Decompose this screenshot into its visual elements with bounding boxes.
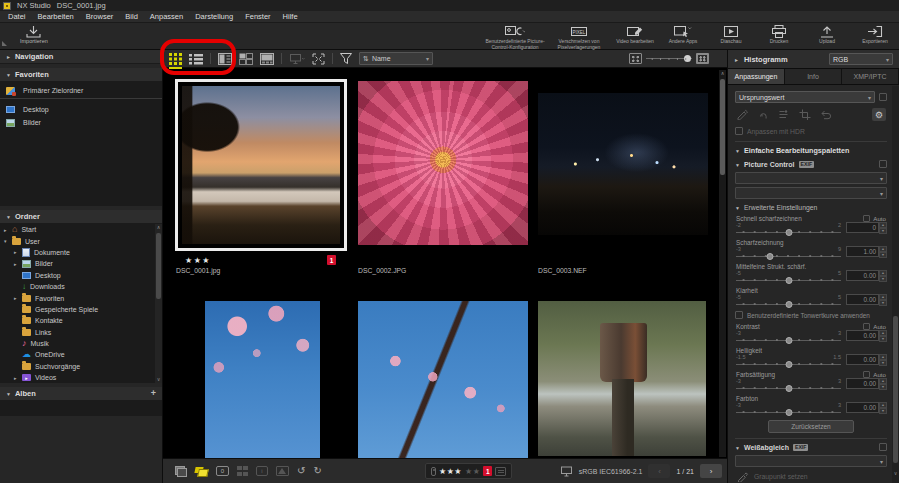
label-list-icon[interactable] <box>495 467 506 476</box>
gray-point-button[interactable]: Graupunkt setzen <box>735 471 887 482</box>
value-field[interactable]: 0.00 <box>846 378 879 389</box>
thumbnail-image-dsc0003[interactable] <box>538 93 708 235</box>
advanced-settings-header[interactable]: Erweiterte Einstellungen <box>735 204 887 211</box>
slider-track[interactable] <box>735 300 842 308</box>
value-spinner[interactable] <box>879 354 887 365</box>
rating-stars-filled[interactable]: ★★★ <box>439 467 462 476</box>
video-edit-button[interactable]: Video bearbeiten <box>611 25 659 44</box>
value-field[interactable]: 0.00 <box>846 354 879 365</box>
slider-track[interactable] <box>735 408 842 416</box>
auto-checkbox[interactable] <box>863 215 870 222</box>
value-spinner[interactable] <box>879 294 887 305</box>
auto-checkbox[interactable] <box>863 323 870 330</box>
value-field[interactable]: 0.00 <box>846 294 879 305</box>
slider-track[interactable] <box>735 384 842 392</box>
compare-images-icon[interactable] <box>175 466 187 477</box>
slider-track[interactable] <box>735 360 842 368</box>
preset-checkbox[interactable] <box>879 93 887 101</box>
export-button[interactable]: Exportieren <box>851 25 899 44</box>
add-album-button[interactable]: + <box>151 389 156 398</box>
slider-track[interactable] <box>735 228 842 236</box>
white-balance-header[interactable]: Weißabgleich EXIF <box>735 438 887 451</box>
picture-control-checkbox[interactable] <box>879 160 887 168</box>
picture-control-dropdown-1[interactable] <box>735 172 887 184</box>
favorites-section-header[interactable]: Favoriten <box>0 68 162 82</box>
settings-gear-button[interactable] <box>872 108 886 121</box>
clip-icon[interactable] <box>757 109 769 120</box>
scroll-down-icon[interactable] <box>155 376 162 383</box>
value-spinner[interactable] <box>879 270 887 281</box>
next-image-button[interactable]: › <box>700 464 722 478</box>
label-filter-icon[interactable]: 0 <box>216 466 229 476</box>
value-field[interactable]: 0 <box>846 222 879 233</box>
fullscreen-button[interactable] <box>312 53 325 65</box>
expander-icon[interactable] <box>14 261 22 267</box>
histogram-header[interactable]: Histogramm RGB <box>728 50 899 68</box>
tab-anpassungen[interactable]: Anpassungen <box>728 69 785 84</box>
scrollbar-thumb[interactable] <box>156 233 161 299</box>
slider-thumb[interactable] <box>785 301 792 308</box>
slider-thumb[interactable] <box>785 277 792 284</box>
reset-button[interactable]: Zurücksetzen <box>768 420 854 433</box>
white-balance-dropdown[interactable] <box>735 455 887 467</box>
navigation-section-header[interactable]: Navigation <box>0 50 162 64</box>
simple-palettes-header[interactable]: Einfache Bearbeitungspaletten <box>735 141 887 155</box>
info-overlay-icon[interactable]: i <box>256 466 268 476</box>
rating-stars-empty[interactable]: ★★ <box>465 467 480 476</box>
menu-anpassen[interactable]: Anpassen <box>150 12 183 21</box>
import-button[interactable]: Importieren <box>20 25 48 44</box>
preset-dropdown[interactable]: Ursprungswert <box>735 91 875 103</box>
thumbnail-image-blossom-portrait[interactable] <box>205 301 320 458</box>
slider-track[interactable] <box>735 252 842 260</box>
slideshow-button[interactable]: Diaschau <box>707 25 755 44</box>
auto-checkbox[interactable] <box>863 371 870 378</box>
value-field[interactable]: 1.00 <box>846 246 879 257</box>
white-balance-checkbox[interactable] <box>879 443 887 451</box>
menu-browser[interactable]: Browser <box>86 12 114 21</box>
image-filmstrip-view-button[interactable] <box>260 53 274 65</box>
value-spinner[interactable] <box>879 222 887 233</box>
upload-button[interactable]: Upload <box>803 25 851 44</box>
thumbnail-image-bucket[interactable] <box>538 301 706 456</box>
tree-item-bilder[interactable]: Bilder <box>0 258 162 269</box>
tree-item-links[interactable]: Links <box>0 327 162 338</box>
voice-memo-icon[interactable] <box>431 467 436 476</box>
picture-control-config-button[interactable]: Benutzerdefinierte Picture-Control-Konfi… <box>483 25 547 50</box>
slider-thumb[interactable] <box>785 361 792 368</box>
value-spinner[interactable] <box>879 246 887 257</box>
grid-view-button[interactable] <box>169 53 182 65</box>
tree-item-start[interactable]: Start <box>0 224 162 235</box>
value-field[interactable]: 0.00 <box>846 270 879 281</box>
folder-tree-scrollbar[interactable] <box>155 224 162 383</box>
tree-item-onedrive[interactable]: OneDrive <box>0 349 162 360</box>
tree-item-gespeicherte-spiele[interactable]: Gespeicherte Spiele <box>0 304 162 315</box>
slider-thumb[interactable] <box>785 337 792 344</box>
secondary-display-button[interactable] <box>289 53 305 65</box>
value-field[interactable]: 0.00 <box>846 402 879 413</box>
revert-icon[interactable] <box>820 109 832 120</box>
list-view-button[interactable] <box>189 53 203 65</box>
print-button[interactable]: Drucken <box>755 25 803 44</box>
grid-overlay-icon[interactable] <box>237 466 248 476</box>
expander-icon[interactable] <box>14 375 22 381</box>
tree-item-videos[interactable]: Videos <box>0 372 162 383</box>
tree-item-user[interactable]: User <box>0 235 162 246</box>
panel-scrollbar[interactable] <box>892 86 899 483</box>
expander-icon[interactable] <box>14 249 22 255</box>
pixel-shift-merge-button[interactable]: PIXEL Verschmelzen von Pixelverlagerunge… <box>547 25 611 50</box>
brush-icon[interactable] <box>736 109 748 120</box>
menu-hilfe[interactable]: Hilfe <box>283 12 298 21</box>
favorite-pictures[interactable]: Bilder <box>0 116 162 129</box>
multi-image-view-button[interactable] <box>239 53 253 65</box>
tree-item-suchvorgaenge[interactable]: Suchvorgänge <box>0 361 162 372</box>
thumbnail-image-blossom-branch[interactable] <box>358 301 528 458</box>
thumbnail-size-slider[interactable] <box>646 54 692 63</box>
tree-item-downloads[interactable]: Downloads <box>0 281 162 292</box>
thumbnail-image-dsc0002[interactable] <box>358 81 528 245</box>
menu-datei[interactable]: Datei <box>8 12 26 21</box>
rating-stars[interactable]: ★★★ <box>185 256 211 265</box>
menu-bearbeiten[interactable]: Bearbeiten <box>38 12 74 21</box>
label-badge[interactable]: 1 <box>483 466 492 476</box>
favorite-desktop[interactable]: Desktop <box>0 103 162 116</box>
slider-thumb[interactable] <box>767 253 774 260</box>
